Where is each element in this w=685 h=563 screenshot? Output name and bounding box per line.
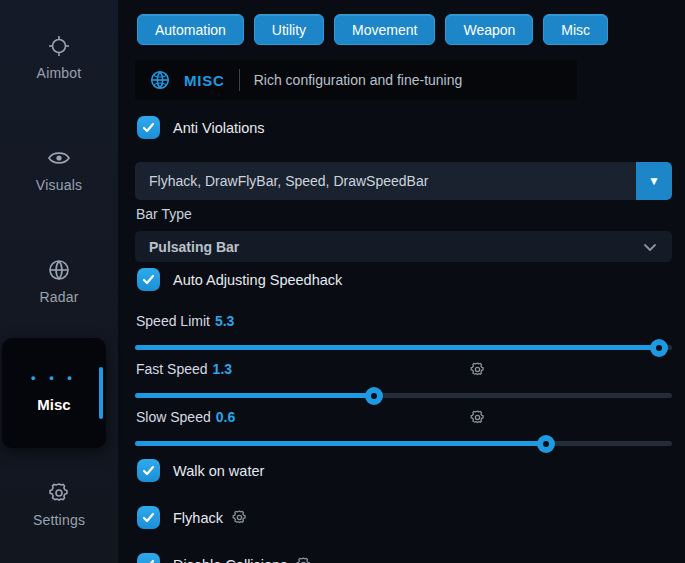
- anti-violations-row: Anti Violations: [137, 116, 265, 139]
- slider-knob[interactable]: [537, 435, 555, 453]
- sidebar-item-label: Aimbot: [37, 65, 82, 81]
- checkmark-icon: [142, 558, 155, 563]
- auto-adjusting-checkbox[interactable]: [137, 268, 160, 291]
- sidebar-item-settings[interactable]: Settings: [0, 481, 118, 529]
- main-panel: Automation Utility Movement Weapon Misc …: [135, 0, 672, 563]
- fast-speed-slider[interactable]: [135, 393, 672, 398]
- flyhack-checkbox[interactable]: [137, 506, 160, 529]
- bar-type-select[interactable]: Pulsating Bar: [135, 231, 672, 262]
- slider-value: 5.3: [215, 313, 234, 329]
- sidebar: Aimbot Visuals Radar • • • Misc: [0, 0, 118, 563]
- gear-icon[interactable]: [469, 361, 486, 378]
- globe-icon: [149, 69, 171, 91]
- checkmark-icon: [142, 511, 155, 524]
- slider-fill: [135, 441, 546, 446]
- sidebar-item-label: Misc: [2, 396, 106, 413]
- slider-value: 1.3: [213, 361, 232, 377]
- multiselect-open-button[interactable]: ▼: [636, 162, 672, 200]
- slider-fill: [135, 393, 374, 398]
- crosshair-icon: [47, 34, 71, 58]
- slider-label-text: Fast Speed: [136, 361, 208, 377]
- divider: [239, 69, 240, 91]
- slider-label-text: Slow Speed: [136, 409, 211, 425]
- sidebar-item-label: Visuals: [36, 177, 82, 193]
- cheat-menu-window: Aimbot Visuals Radar • • • Misc: [0, 0, 685, 563]
- speed-limit-slider[interactable]: [135, 345, 672, 350]
- gear-icon: [47, 481, 71, 505]
- checkbox-label: Flyhack: [173, 509, 248, 526]
- section-title: MISC: [184, 72, 225, 89]
- gear-icon[interactable]: [469, 409, 486, 426]
- active-indicator-bar: [99, 367, 103, 419]
- gear-icon[interactable]: [295, 556, 312, 563]
- tab-weapon[interactable]: Weapon: [445, 14, 533, 45]
- fast-speed-label: Fast Speed1.3: [136, 361, 232, 377]
- slider-label-text: Speed Limit: [136, 313, 210, 329]
- tab-misc[interactable]: Misc: [543, 14, 608, 45]
- section-header: MISC Rich configuration and fine-tuning: [135, 60, 577, 100]
- sidebar-item-misc[interactable]: • • • Misc: [2, 338, 106, 448]
- dropdown-triangle-icon: ▼: [648, 175, 660, 187]
- globe-icon: [47, 258, 71, 282]
- checkbox-label: Disable Collisions: [173, 556, 312, 563]
- sidebar-item-visuals[interactable]: Visuals: [0, 146, 118, 194]
- tab-utility[interactable]: Utility: [254, 14, 324, 45]
- slider-value: 0.6: [216, 409, 235, 425]
- three-dots-icon: • • •: [2, 370, 106, 385]
- slow-speed-slider[interactable]: [135, 441, 672, 446]
- chevron-down-icon: [642, 239, 658, 255]
- checkbox-label: Walk on water: [173, 463, 264, 479]
- multiselect-value: Flyhack, DrawFlyBar, Speed, DrawSpeedBar: [135, 173, 636, 189]
- slider-knob[interactable]: [365, 387, 383, 405]
- eye-icon: [47, 146, 71, 170]
- tab-movement[interactable]: Movement: [334, 14, 435, 45]
- anti-violations-checkbox[interactable]: [137, 116, 160, 139]
- checkbox-label: Auto Adjusting Speedhack: [173, 272, 342, 288]
- bar-multiselect-field[interactable]: Flyhack, DrawFlyBar, Speed, DrawSpeedBar…: [135, 162, 672, 200]
- slider-knob[interactable]: [650, 339, 668, 357]
- checkmark-icon: [142, 273, 155, 286]
- walk-on-water-checkbox[interactable]: [137, 459, 160, 482]
- checkmark-icon: [142, 464, 155, 477]
- slow-speed-label: Slow Speed0.6: [136, 409, 235, 425]
- tab-automation[interactable]: Automation: [137, 14, 244, 45]
- walk-on-water-row: Walk on water: [137, 459, 264, 482]
- checkbox-label-text: Flyhack: [173, 510, 223, 526]
- disable-collisions-row: Disable Collisions: [137, 553, 312, 563]
- auto-adjusting-row: Auto Adjusting Speedhack: [137, 268, 342, 291]
- checkmark-icon: [142, 121, 155, 134]
- bar-type-label: Bar Type: [136, 206, 192, 222]
- category-tabs: Automation Utility Movement Weapon Misc: [137, 14, 608, 45]
- speed-limit-label: Speed Limit5.3: [136, 313, 234, 329]
- sidebar-item-label: Radar: [39, 289, 78, 305]
- slider-fill: [135, 345, 659, 350]
- gear-icon[interactable]: [231, 509, 248, 526]
- sidebar-item-label: Settings: [33, 512, 85, 528]
- checkbox-label: Anti Violations: [173, 120, 265, 136]
- checkbox-label-text: Disable Collisions: [173, 557, 287, 563]
- select-value: Pulsating Bar: [149, 239, 239, 255]
- sidebar-item-aimbot[interactable]: Aimbot: [0, 34, 118, 82]
- disable-collisions-checkbox[interactable]: [137, 553, 160, 563]
- flyhack-row: Flyhack: [137, 506, 248, 529]
- section-subtitle: Rich configuration and fine-tuning: [254, 72, 463, 88]
- sidebar-item-radar[interactable]: Radar: [0, 258, 118, 306]
